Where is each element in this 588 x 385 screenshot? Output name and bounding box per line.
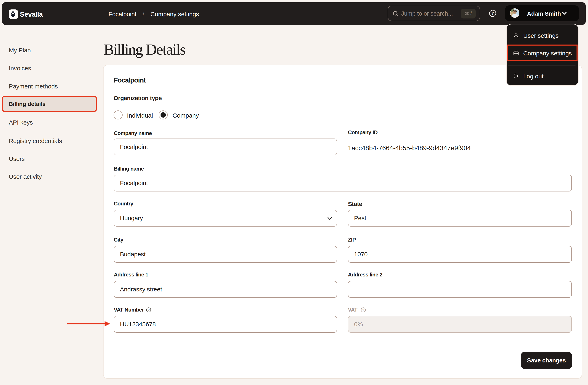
svg-text:?: ? xyxy=(147,308,149,312)
svg-text:?: ? xyxy=(491,11,494,16)
svg-text:?: ? xyxy=(362,308,364,312)
